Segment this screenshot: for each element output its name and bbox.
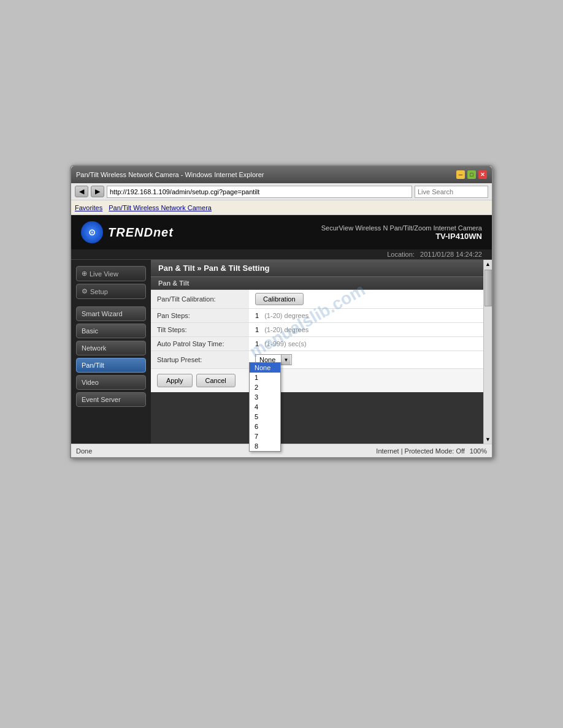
browser-title: Pan/Tilt Wireless Network Camera - Windo… (76, 171, 264, 178)
status-right: Internet | Protected Mode: Off 100% (376, 447, 487, 455)
dropdown-item-7[interactable]: 7 (250, 431, 280, 441)
value-tilt-steps: 1 (1-20) degrees (249, 323, 483, 337)
patrol-hint: (1-999) sec(s) (264, 340, 306, 347)
url-input[interactable] (107, 186, 412, 198)
dropdown-popup: None 1 2 3 4 5 6 7 8 (249, 362, 281, 452)
pan-steps-hint: (1-20) degrees (264, 312, 308, 319)
model-name: TV-IP410WN (321, 232, 482, 241)
table-row: Pan Steps: 1 (1-20) degrees (151, 309, 483, 323)
table-row: Startup Preset: None 1 2 3 (151, 351, 483, 369)
label-startup-preset: Startup Preset: (151, 351, 249, 369)
settings-table: Pan/Tilt Calibration: Calibration Pan St… (151, 290, 483, 369)
cancel-button[interactable]: Cancel (196, 374, 236, 387)
back-button[interactable]: ◀ (75, 186, 88, 197)
logo-text: TRENDnet (108, 226, 174, 240)
camera-interface: ⊙ TRENDnet SecurView Wireless N Pan/Tilt… (71, 215, 492, 444)
location-bar: Location: 2011/01/28 14:24:22 (71, 249, 492, 260)
scroll-thumb[interactable] (484, 270, 492, 306)
logo: ⊙ TRENDnet (81, 221, 174, 243)
sidebar-setup[interactable]: ⚙ Setup (76, 284, 146, 299)
sidebar-pan-tilt[interactable]: Pan/Tilt (76, 358, 146, 373)
datetime: 2011/01/28 14:24:22 (420, 251, 482, 258)
favorites-label[interactable]: Favorites (75, 204, 102, 211)
dropdown-item-2[interactable]: 2 (250, 382, 280, 392)
sidebar: ⊕ Live View ⚙ Setup Smart Wizard Basic (71, 260, 151, 444)
trendnet-icon: ⊙ (81, 221, 103, 243)
security-status: Internet | Protected Mode: Off (376, 447, 465, 455)
sidebar-video[interactable]: Video (76, 375, 146, 390)
browser-content: ⊙ TRENDnet SecurView Wireless N Pan/Tilt… (71, 215, 492, 444)
label-patrol: Auto Patrol Stay Time: (151, 337, 249, 351)
status-bar: Done Internet | Protected Mode: Off 100% (71, 444, 492, 457)
window-controls: ─ □ ✕ (456, 170, 487, 179)
pan-steps-value: 1 (255, 312, 259, 319)
sidebar-smart-wizard[interactable]: Smart Wizard (76, 306, 146, 321)
model-info: SecurView Wireless N Pan/Tilt/Zoom Inter… (321, 224, 482, 241)
sidebar-event-server[interactable]: Event Server (76, 392, 146, 407)
scrollbar: ▲ ▼ (483, 260, 492, 444)
panel-title: Pan & Tilt » Pan & Tilt Setting (151, 260, 483, 277)
label-calibration: Pan/Tilt Calibration: (151, 290, 249, 309)
forward-button[interactable]: ▶ (91, 186, 104, 197)
favorites-bar: Favorites Pan/Tilt Wireless Network Came… (71, 200, 492, 215)
scroll-down-button[interactable]: ▼ (484, 435, 492, 444)
label-tilt-steps: Tilt Steps: (151, 323, 249, 337)
search-input[interactable] (415, 186, 488, 198)
value-pan-steps: 1 (1-20) degrees (249, 309, 483, 323)
sidebar-basic[interactable]: Basic (76, 324, 146, 338)
sidebar-live-view[interactable]: ⊕ Live View (76, 266, 146, 281)
dropdown-item-3[interactable]: 3 (250, 392, 280, 402)
dropdown-item-8[interactable]: 8 (250, 441, 280, 451)
table-row: Auto Patrol Stay Time: 1 (1-999) sec(s) (151, 337, 483, 351)
label-pan-steps: Pan Steps: (151, 309, 249, 323)
maximize-button[interactable]: □ (467, 170, 476, 179)
tilt-steps-hint: (1-20) degrees (264, 326, 308, 333)
dropdown-item-6[interactable]: 6 (250, 422, 280, 431)
tilt-steps-value: 1 (255, 326, 259, 333)
section-header: Pan & Tilt (151, 277, 483, 290)
zoom-level: 100% (470, 447, 487, 455)
close-button[interactable]: ✕ (478, 170, 487, 179)
value-patrol: 1 (1-999) sec(s) (249, 337, 483, 351)
minimize-button[interactable]: ─ (456, 170, 465, 179)
camera-body: ⊕ Live View ⚙ Setup Smart Wizard Basic (71, 260, 492, 444)
value-startup-preset: None 1 2 3 4 5 6 7 (249, 351, 483, 369)
dropdown-item-1[interactable]: 1 (250, 373, 280, 382)
status-text: Done (76, 447, 92, 455)
dropdown-item-4[interactable]: 4 (250, 402, 280, 412)
product-line: SecurView Wireless N Pan/Tilt/Zoom Inter… (321, 224, 482, 232)
main-panel: Pan & Tilt » Pan & Tilt Setting Pan & Ti… (151, 260, 483, 444)
address-bar: ◀ ▶ (71, 183, 492, 200)
table-row: Tilt Steps: 1 (1-20) degrees (151, 323, 483, 337)
action-buttons: Apply Cancel (151, 369, 483, 392)
patrol-value: 1 (255, 340, 259, 347)
sidebar-network[interactable]: Network (76, 341, 146, 355)
value-calibration: Calibration (249, 290, 483, 309)
title-bar: Pan/Tilt Wireless Network Camera - Windo… (71, 166, 492, 183)
apply-button[interactable]: Apply (157, 374, 193, 387)
dropdown-item-5[interactable]: 5 (250, 412, 280, 422)
tab-label[interactable]: Pan/Tilt Wireless Network Camera (109, 204, 212, 211)
camera-header: ⊙ TRENDnet SecurView Wireless N Pan/Tilt… (71, 215, 492, 249)
scroll-up-button[interactable]: ▲ (484, 260, 492, 268)
browser-window: Pan/Tilt Wireless Network Camera - Windo… (70, 165, 493, 458)
location-label: Location: (387, 251, 415, 258)
dropdown-item-none[interactable]: None (250, 363, 280, 373)
table-row: Pan/Tilt Calibration: Calibration (151, 290, 483, 309)
calibration-button[interactable]: Calibration (255, 293, 304, 305)
